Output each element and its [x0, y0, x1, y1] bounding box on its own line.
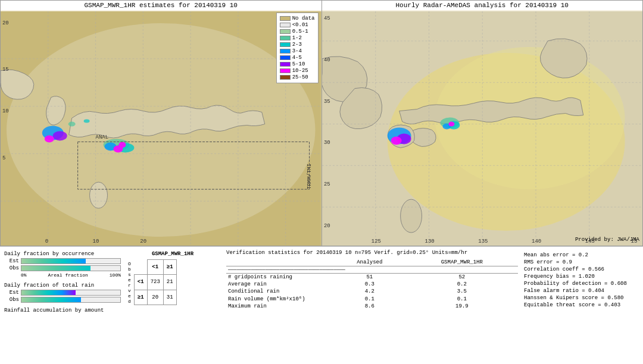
svg-text:20: 20 [140, 239, 146, 244]
svg-point-30 [84, 120, 90, 123]
est-label-occ: Est [4, 258, 19, 264]
svg-text:40: 40 [323, 57, 330, 63]
left-map-svg: 20 15 10 5 0 10 20 ANAL TRMM/TMI [1, 11, 322, 246]
legend-nodata: No data [292, 15, 315, 21]
occurrence-chart-title: Daily fraction by occurrence [4, 251, 121, 257]
est-bar-rain [21, 290, 121, 296]
stats-section: Verification statistics for 20140319 10 … [223, 250, 521, 361]
svg-text:130: 130 [424, 239, 434, 244]
cell-00: 723 [147, 275, 163, 290]
col-lt1: <1 [147, 260, 163, 275]
col-ge1: ≥1 [163, 260, 176, 275]
stat-far: False alarm ratio = 0.404 [524, 288, 637, 294]
legend-5to10: 5-10 [292, 61, 305, 67]
right-map-title: Hourly Radar-AMeDAS analysis for 2014031… [322, 1, 643, 10]
cell-10: 20 [147, 290, 163, 305]
stat-hk: Hanssen & Kuipers score = 0.580 [524, 295, 637, 301]
stat-corr: Correlation coeff = 0.566 [524, 266, 637, 272]
row-analysed-4: 8.6 [333, 303, 406, 310]
col-header-label [226, 259, 333, 266]
occurrence-bar-chart: Est Obs 0% Areal fraction 100% [4, 258, 121, 278]
svg-point-22 [53, 131, 67, 140]
stat-mean-abs: Mean abs error = 0.2 [524, 252, 637, 258]
stat-ets: Equitable threat score = 0.403 [524, 302, 637, 308]
svg-text:5: 5 [2, 155, 5, 161]
stat-pod: Probability of detection = 0.608 [524, 281, 637, 287]
stat-rms: RMS error = 0.9 [524, 259, 637, 265]
right-stats-section: Mean abs error = 0.2 RMS error = 0.9 Cor… [521, 250, 640, 361]
table-row: Maximum rain 8.6 19.9 [226, 303, 518, 310]
obs-bar-occurrence [21, 265, 121, 271]
legend-25to50: 25-50 [292, 74, 308, 80]
row-analysed-0: 51 [333, 274, 406, 281]
est-label-rain: Est [4, 290, 19, 296]
left-map-panel: GSMAP_MWR_1HR estimates for 20140319 10 [0, 0, 322, 246]
obs-label-rain: Obs [4, 297, 19, 303]
cell-11: 31 [163, 290, 176, 305]
right-map-svg: 45 40 35 30 25 20 125 130 135 140 145 15 [322, 11, 643, 246]
stat-freq-bias: Frequency bias = 1.020 [524, 274, 637, 280]
legend-4to5: 4-5 [292, 55, 302, 61]
main-container: GSMAP_MWR_1HR estimates for 20140319 10 [0, 0, 643, 364]
stats-title: Verification statistics for 20140319 10 … [226, 250, 518, 256]
legend-3to4: 3-4 [292, 48, 302, 54]
svg-point-23 [45, 135, 54, 142]
legend: No data <0.01 0.5-1 1-2 2-3 3-4 4-5 5-10… [276, 12, 319, 83]
svg-text:15: 15 [2, 67, 9, 73]
svg-text:10: 10 [2, 108, 9, 114]
legend-2to3: 2-3 [292, 42, 302, 48]
separator-line: ────────────────────────────────────────… [226, 266, 518, 274]
occurrence-axis: 0% Areal fraction 100% [4, 272, 121, 278]
charts-section: Daily fraction by occurrence Est Obs 0% [3, 250, 122, 361]
svg-point-29 [68, 122, 76, 127]
svg-text:25: 25 [323, 181, 330, 187]
row-gsmap-0: 52 [406, 274, 518, 281]
obs-label-occ: Obs [4, 265, 19, 271]
observed-label: O b s e r v e d [125, 260, 134, 305]
obs-bar-rain [21, 297, 121, 303]
table-row: Conditional rain 4.2 3.5 [226, 288, 518, 295]
svg-point-45 [400, 199, 422, 233]
left-map-title: GSMAP_MWR_1HR estimates for 20140319 10 [1, 1, 322, 10]
right-map-panel: Hourly Radar-AMeDAS analysis for 2014031… [322, 0, 644, 246]
maps-section: GSMAP_MWR_1HR estimates for 20140319 10 [0, 0, 643, 247]
svg-text:135: 135 [478, 239, 488, 244]
svg-text:20: 20 [323, 223, 330, 229]
svg-text:125: 125 [371, 239, 380, 244]
legend-lt001: <0.01 [292, 22, 308, 28]
svg-point-58 [391, 136, 401, 145]
table-row: Rain volume (mm*km²x10⁶) 0.1 0.1 [226, 295, 518, 303]
col-header-gsmap: GSMAP_MWR_1HR [406, 259, 518, 266]
svg-text:ANAL: ANAL [96, 134, 109, 140]
row-label-4: Maximum rain [226, 303, 333, 310]
row-analysed-3: 0.1 [333, 295, 406, 303]
rain-bar-chart: Est Obs [4, 290, 121, 303]
row-label-3: Rain volume (mm*km²x10⁶) [226, 295, 333, 303]
svg-text:140: 140 [532, 239, 541, 244]
contingency-title: GSMAP_MWR_1HR [125, 251, 220, 257]
svg-text:TRMM/TMI: TRMM/TMI [307, 164, 313, 189]
legend-05to1: 0.5-1 [292, 29, 308, 34]
svg-text:30: 30 [323, 140, 330, 146]
row-gsmap-2: 3.5 [406, 288, 518, 295]
est-bar-occurrence [21, 258, 121, 264]
row-analysed-2: 4.2 [333, 288, 406, 295]
rain-chart-title: Daily fraction of total rain [4, 283, 121, 288]
svg-point-28 [118, 142, 126, 148]
cell-01: 21 [163, 275, 176, 290]
jma-label: Provided by: JWA/JMA [575, 237, 639, 243]
row-lt1: <1 [134, 275, 147, 290]
legend-10to25: 10-25 [292, 68, 308, 74]
row-ge1: ≥1 [134, 290, 147, 305]
row-gsmap-1: 0.2 [406, 281, 518, 288]
svg-text:0: 0 [45, 239, 48, 244]
col-header-analysed: Analysed [333, 259, 406, 266]
svg-point-62 [448, 122, 454, 127]
axis-areal: Areal fraction [48, 272, 88, 278]
axis-100pct: 100% [110, 272, 121, 278]
table-row: # gridpoints raining 51 52 [226, 274, 518, 281]
stats-table: Analysed GSMAP_MWR_1HR ─────────────────… [226, 259, 518, 310]
svg-point-10 [90, 182, 108, 208]
row-label-1: Average rain [226, 281, 333, 288]
svg-text:35: 35 [323, 99, 330, 105]
